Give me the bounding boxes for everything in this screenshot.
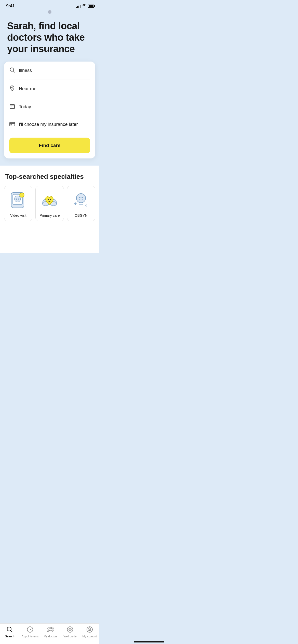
svg-point-2 [12, 87, 13, 88]
status-icons [76, 4, 94, 8]
top-searched-title: Top-searched specialties [4, 173, 95, 181]
illness-row[interactable]: Illness [9, 62, 90, 80]
calendar-icon [9, 104, 15, 110]
svg-rect-7 [11, 107, 11, 107]
svg-point-22 [48, 199, 49, 200]
insurance-icon [9, 122, 15, 127]
hero-section: Sarah, find local doctors who take your … [0, 15, 99, 62]
hero-title: Sarah, find local doctors who take your … [7, 20, 92, 54]
specialty-obgyn[interactable]: OBGYN [67, 186, 95, 221]
date-text: Today [19, 104, 31, 110]
location-icon [9, 85, 15, 92]
status-time: 9:41 [6, 4, 15, 9]
svg-point-23 [50, 199, 51, 200]
svg-marker-32 [86, 205, 87, 206]
signal-icon [76, 5, 80, 8]
svg-point-24 [76, 194, 86, 203]
main-content: Top-searched specialties [0, 166, 99, 253]
svg-point-16 [18, 198, 19, 199]
svg-line-1 [13, 71, 15, 72]
obgyn-label: OBGYN [75, 213, 88, 217]
primary-care-label: Primary care [39, 213, 60, 217]
camera-dot [48, 10, 51, 14]
svg-point-15 [16, 198, 17, 199]
obgyn-illustration [71, 191, 91, 211]
insurance-row[interactable]: I'll choose my insurance later [9, 116, 90, 133]
svg-rect-8 [10, 122, 15, 126]
battery-icon [88, 5, 94, 8]
status-bar: 9:41 [0, 0, 99, 10]
video-visit-illustration [8, 191, 29, 211]
primary-care-illustration [39, 191, 60, 211]
search-card: Illness Near me Today [4, 62, 95, 158]
camera-dot-area [0, 10, 99, 15]
video-visit-label: Video visit [10, 213, 26, 217]
wifi-icon [82, 4, 86, 8]
specialties-grid: Video visit [4, 186, 95, 222]
svg-rect-3 [10, 105, 15, 109]
search-icon [9, 67, 15, 74]
find-care-button[interactable]: Find care [9, 138, 90, 153]
insurance-text: I'll choose my insurance later [19, 122, 78, 127]
svg-point-14 [15, 196, 21, 202]
location-text: Near me [19, 86, 36, 92]
specialty-video-visit[interactable]: Video visit [4, 186, 32, 221]
location-row[interactable]: Near me [9, 80, 90, 98]
illness-text: Illness [19, 68, 32, 73]
date-row[interactable]: Today [9, 98, 90, 116]
specialty-primary-care[interactable]: Primary care [35, 186, 64, 221]
